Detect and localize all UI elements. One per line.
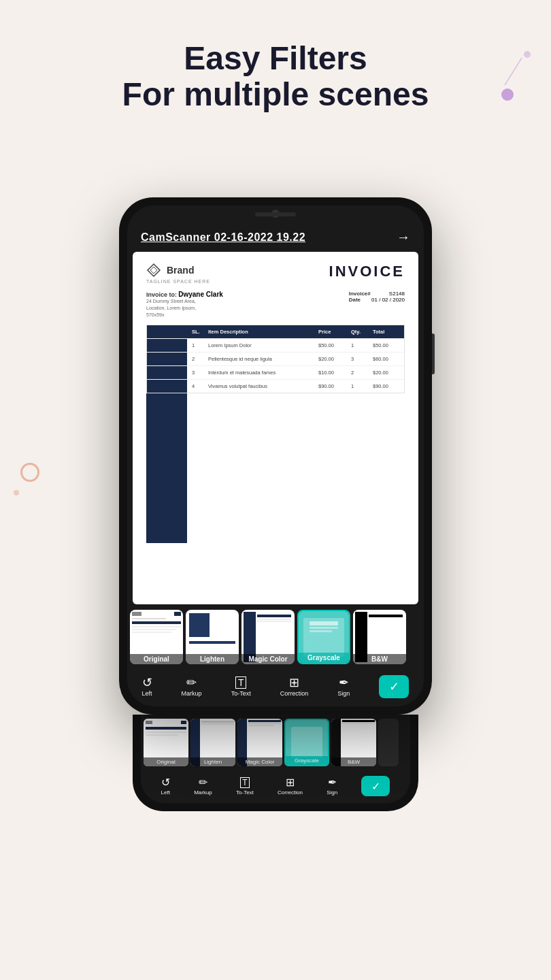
toolbar-markup-btn[interactable]: ✏ Markup — [182, 676, 202, 697]
toolbar-bottom-totext-btn[interactable]: T To-Text — [236, 777, 254, 796]
header-title: Easy Filters For multiple scenes — [0, 41, 551, 113]
toolbar-bottom-correction-label: Correction — [278, 789, 303, 796]
filter-bottom-grayscale-label: Grayscale — [286, 756, 328, 765]
date-label: Date — [349, 297, 361, 303]
toolbar-bottom-sign-btn[interactable]: ✒ Sign — [327, 777, 337, 796]
filter-bottom-bw[interactable]: B&W — [331, 719, 376, 766]
page-header: Easy Filters For multiple scenes — [0, 41, 551, 113]
brand-name-text: Brand — [167, 265, 194, 276]
date-value: 01 / 02 / 2020 — [371, 297, 405, 303]
client-address: 24 Dummy Street Area,Location, Lorem Ips… — [146, 298, 223, 318]
dot-decoration-left — [14, 490, 19, 495]
arrow-icon[interactable]: → — [397, 229, 410, 245]
filter-bottom-magic-label: Magic Color — [237, 757, 282, 766]
invoice-to-label: Invoice to: — [146, 291, 177, 298]
invoice-details: Invoice to: Dwyane Clark 24 Dummy Street… — [133, 291, 418, 325]
filter-bottom-original[interactable]: Original — [144, 719, 188, 766]
invoice-table: SL. Item Description Price Qty. Total 1L… — [146, 325, 405, 393]
confirm-icon: ✓ — [389, 679, 399, 694]
phone-bottom-mockup: Original Lighten — [133, 715, 418, 811]
phone-speaker — [255, 212, 296, 216]
filter-magic-color[interactable]: Magic Color — [241, 610, 295, 664]
filter-original[interactable]: Original — [130, 610, 183, 664]
invoice-to-section: Invoice to: Dwyane Clark 24 Dummy Street… — [146, 291, 223, 318]
filter-strip-bottom: Original Lighten — [141, 715, 410, 770]
filter-bw-label: B&W — [353, 654, 406, 664]
filter-lighten-label: Lighten — [186, 654, 239, 664]
svg-marker-1 — [148, 264, 160, 276]
filter-bottom-grayscale[interactable]: Grayscale — [284, 719, 329, 766]
invoice-title: INVOICE — [329, 263, 405, 280]
toolbar-left-btn[interactable]: ↺ Left — [142, 676, 152, 697]
phone-toolbar: ↺ Left ✏ Markup T To-Text ⊞ Correction ✒ — [127, 670, 424, 706]
filter-strip: Original Lighten — [127, 604, 424, 670]
toolbar-bottom-left-label: Left — [161, 789, 170, 796]
toolbar-confirm-btn[interactable]: ✓ — [379, 675, 409, 698]
phone-side-button — [432, 333, 435, 374]
phone-bottom-body: Original Lighten — [133, 715, 418, 811]
toolbar-sign-label: Sign — [337, 690, 350, 697]
toolbar-totext-btn[interactable]: T To-Text — [231, 676, 251, 697]
invoice-header: Brand TAGLINE SPACE HERE INVOICE — [133, 252, 418, 291]
table-row: 1Lorem Ipsum Dolor$50.001$50.00 — [147, 338, 404, 352]
toolbar-bottom-confirm-btn[interactable]: ✓ — [361, 776, 390, 796]
toolbar-bottom-markup-btn[interactable]: ✏ Markup — [194, 777, 212, 796]
phone-screen: CamScanner 02-16-2022 19.22 → B — [127, 206, 424, 706]
svg-marker-2 — [150, 267, 157, 274]
confirm-bottom-icon: ✓ — [371, 780, 380, 793]
filter-bottom-extra[interactable] — [378, 719, 399, 766]
toolbar-bottom-correction-btn[interactable]: ⊞ Correction — [278, 777, 303, 796]
document-area: Brand TAGLINE SPACE HERE INVOICE Invoice… — [133, 252, 418, 604]
circle-decoration-left — [20, 463, 39, 482]
toolbar-bottom-sign-label: Sign — [327, 789, 337, 796]
table-row: 3Interdum et malesuada fames$10.002$20.0… — [147, 365, 404, 379]
table-row: 4Vivamus volutpat faucibus$90.001$90.00 — [147, 379, 404, 393]
filter-bw[interactable]: B&W — [353, 610, 406, 664]
toolbar-bottom-left-btn[interactable]: ↺ Left — [161, 777, 170, 796]
phone-toolbar-bottom: ↺ Left ✏ Markup T To-Text ⊞ Correction ✒ — [141, 770, 410, 803]
filter-bottom-lighten[interactable]: Lighten — [190, 719, 235, 766]
invoice-numbers: Invoice# S2148 Date 01 / 02 / 2020 — [349, 291, 405, 318]
filter-bottom-extra-thumb — [378, 719, 399, 766]
table-header: SL. Item Description Price Qty. Total — [147, 325, 404, 338]
toolbar-correction-label: Correction — [280, 690, 309, 697]
filter-bottom-original-label: Original — [144, 757, 188, 766]
filter-bottom-lighten-label: Lighten — [190, 757, 235, 766]
toolbar-bottom-totext-label: To-Text — [236, 789, 254, 796]
toolbar-sign-btn[interactable]: ✒ Sign — [337, 676, 350, 697]
toolbar-correction-btn[interactable]: ⊞ Correction — [280, 676, 309, 697]
invoice-num-value: S2148 — [389, 291, 405, 297]
brand-icon — [146, 263, 161, 278]
filter-grayscale[interactable]: Grayscale — [297, 610, 350, 664]
toolbar-left-label: Left — [142, 690, 152, 697]
brand-tagline-text: TAGLINE SPACE HERE — [146, 279, 210, 284]
table-row: 2Pellentesque id neque ligula$20.003$60.… — [147, 352, 404, 365]
phone-mockup: CamScanner 02-16-2022 19.22 → B — [119, 197, 432, 715]
toolbar-totext-label: To-Text — [231, 690, 251, 697]
filter-original-label: Original — [130, 654, 183, 664]
brand-logo: Brand TAGLINE SPACE HERE — [146, 263, 210, 284]
invoice-num-label: Invoice# — [349, 291, 371, 297]
filter-bottom-bw-label: B&W — [331, 757, 376, 766]
client-name: Dwyane Clark — [178, 291, 223, 298]
filename-label: CamScanner 02-16-2022 19.22 — [141, 231, 305, 244]
toolbar-bottom-markup-label: Markup — [194, 789, 212, 796]
filter-bottom-magic[interactable]: Magic Color — [237, 719, 282, 766]
filter-lighten[interactable]: Lighten — [186, 610, 239, 664]
toolbar-markup-label: Markup — [182, 690, 202, 697]
phone-body: CamScanner 02-16-2022 19.22 → B — [119, 197, 432, 715]
phone-bottom-screen: Original Lighten — [141, 715, 410, 803]
filter-grayscale-label: Grayscale — [299, 653, 349, 663]
filter-magic-color-label: Magic Color — [241, 654, 295, 664]
